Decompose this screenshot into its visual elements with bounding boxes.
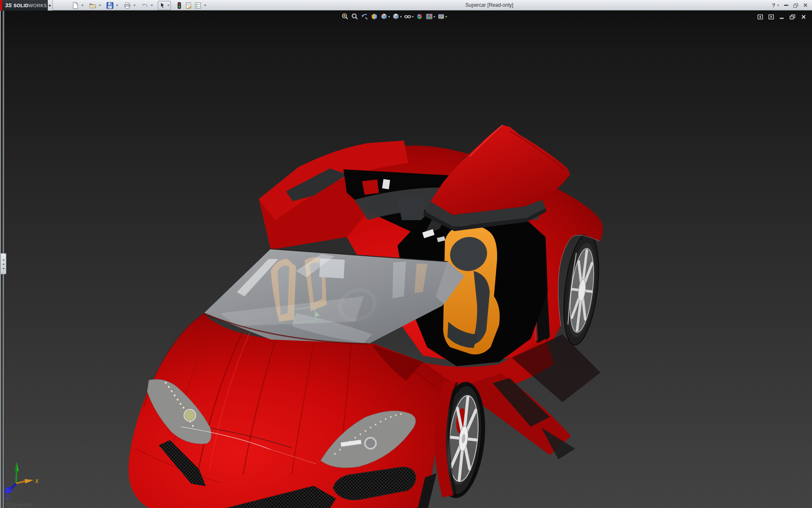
- open-document-button[interactable]: [88, 1, 97, 10]
- hide-show-items-button[interactable]: ▾: [403, 12, 414, 21]
- headsup-view-toolbar: ▾ ▾ ▾: [341, 12, 447, 21]
- collapse-arrow-icon: ◂: [3, 267, 4, 270]
- help-button[interactable]: ?: [772, 3, 775, 8]
- undo-button[interactable]: [140, 1, 149, 10]
- save-floppy-icon: [106, 2, 114, 9]
- rebuild-button[interactable]: [175, 1, 184, 10]
- file-properties-button[interactable]: [184, 1, 193, 10]
- view-orientation-icon: [380, 13, 388, 20]
- minimize-button[interactable]: [784, 5, 788, 6]
- restore-button[interactable]: [793, 3, 798, 8]
- apply-scene-button[interactable]: ▾: [425, 12, 436, 21]
- doc-minimize-button[interactable]: [779, 14, 784, 19]
- feature-panel-collapse-tab[interactable]: ◂ ◂ ◂: [1, 253, 6, 274]
- save-button[interactable]: [106, 1, 114, 10]
- apply-scene-caret[interactable]: ▾: [433, 15, 435, 19]
- doc-restore-button[interactable]: [790, 14, 796, 19]
- rear-wheel[interactable]: [558, 232, 604, 347]
- display-style-caret[interactable]: ▾: [400, 15, 402, 19]
- undo-dropdown-caret[interactable]: ▾: [150, 3, 154, 7]
- apply-scene-icon: [425, 13, 433, 20]
- select-tool-button[interactable]: ▾: [158, 1, 171, 10]
- print-dropdown-caret[interactable]: ▾: [133, 3, 136, 7]
- pane-next-icon: [768, 14, 774, 19]
- graphics-viewport[interactable]: ▾ ▾ ▾: [0, 11, 812, 508]
- pane-previous-icon: [757, 14, 763, 19]
- display-style-icon: [392, 13, 400, 20]
- 3d-model-supercar[interactable]: [0, 11, 812, 508]
- previous-view-button[interactable]: [360, 12, 369, 21]
- display-style-button[interactable]: ▾: [392, 12, 402, 21]
- file-properties-icon: [185, 2, 192, 9]
- 3ds-logo-icon: 3S: [5, 2, 12, 8]
- traffic-light-icon: [176, 2, 183, 9]
- document-title: Supercar [Read-only]: [465, 2, 513, 8]
- options-button[interactable]: [194, 1, 202, 10]
- doc-restore-icon: [790, 14, 796, 19]
- previous-view-icon: [361, 13, 368, 20]
- cursor-arrow-icon: [159, 2, 166, 9]
- options-checklist-icon: [194, 2, 202, 9]
- solidworks-window: 3S SOLIDWORKS ▶ ▾ ▾: [0, 0, 812, 508]
- pane-previous-button[interactable]: [757, 14, 763, 19]
- view-settings-icon: [437, 13, 445, 20]
- solidworks-logo: 3S SOLIDWORKS: [2, 0, 48, 11]
- view-orientation-button[interactable]: ▾: [380, 12, 390, 21]
- document-window-controls: ✕: [757, 14, 806, 20]
- brand-bold: SOLID: [14, 3, 29, 8]
- help-dropdown-caret[interactable]: ▾: [777, 3, 779, 7]
- section-view-button[interactable]: [370, 12, 379, 21]
- collapse-arrow-icon: ◂: [3, 258, 4, 261]
- new-dropdown-caret[interactable]: ▾: [81, 3, 84, 7]
- collapse-arrow-icon: ◂: [3, 262, 4, 265]
- open-dropdown-caret[interactable]: ▾: [98, 3, 102, 7]
- triad-z-label: Z: [5, 494, 9, 500]
- view-orientation-label: *Dimetric: [6, 501, 33, 508]
- zoom-to-area-icon: [351, 13, 359, 20]
- open-folder-icon: [89, 2, 96, 9]
- hide-show-caret[interactable]: ▾: [412, 15, 414, 19]
- appearance-sphere-icon: [416, 13, 423, 20]
- save-dropdown-caret[interactable]: ▾: [115, 3, 119, 7]
- window-controls: ? ▾ ✕: [772, 0, 808, 11]
- section-view-icon: [370, 13, 378, 20]
- undo-arrow-icon: [141, 2, 148, 9]
- view-settings-button[interactable]: ▾: [437, 12, 447, 21]
- reference-triad: X Z: [1, 460, 47, 507]
- brand-light: WORKS: [29, 3, 47, 8]
- eyeglasses-icon: [404, 13, 411, 20]
- new-document-button[interactable]: [71, 1, 80, 10]
- zoom-to-fit-icon: [341, 13, 349, 20]
- zoom-to-area-button[interactable]: [351, 12, 359, 21]
- options-dropdown-caret[interactable]: ▾: [203, 3, 207, 7]
- main-toolbar: ▾ ▾ ▾: [71, 0, 207, 11]
- printer-icon: [123, 2, 131, 9]
- edit-appearance-button[interactable]: [415, 12, 424, 21]
- doc-minimize-icon: [779, 14, 784, 19]
- select-dropdown-caret[interactable]: ▾: [167, 3, 170, 7]
- print-button[interactable]: [123, 1, 132, 10]
- triad-x-label: X: [35, 478, 39, 484]
- doc-close-button[interactable]: ✕: [801, 14, 806, 20]
- titlebar: 3S SOLIDWORKS ▶ ▾ ▾: [0, 0, 812, 11]
- pane-next-button[interactable]: [768, 14, 774, 19]
- view-orientation-caret[interactable]: ▾: [388, 15, 390, 19]
- zoom-to-fit-button[interactable]: [341, 12, 349, 21]
- close-button[interactable]: ✕: [803, 3, 808, 8]
- menu-expand-arrow[interactable]: ▶: [48, 0, 53, 11]
- view-settings-caret[interactable]: ▾: [445, 15, 447, 19]
- new-document-icon: [71, 2, 79, 9]
